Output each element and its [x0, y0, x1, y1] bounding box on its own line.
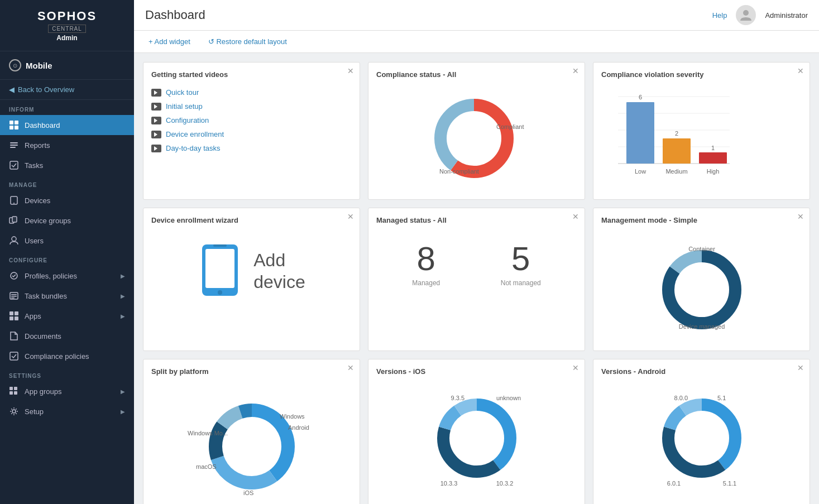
back-to-overview[interactable]: ◀ Back to Overview: [0, 80, 134, 100]
not-managed-label-text: Not managed: [501, 279, 541, 287]
help-link[interactable]: Help: [712, 11, 727, 20]
add-label: Add: [253, 250, 285, 270]
restore-layout-label: ↺ Restore default layout: [208, 37, 287, 46]
compliance-icon: [9, 351, 19, 361]
svg-rect-24: [14, 387, 17, 390]
tasks-label: Tasks: [25, 161, 125, 170]
android-511-label: 5.1.1: [722, 480, 736, 487]
management-mode-close[interactable]: ✕: [797, 213, 804, 220]
managed-status-title: Managed status - All: [376, 216, 577, 224]
violation-severity-close[interactable]: ✕: [797, 67, 804, 75]
android-601-label: 6.0.1: [667, 480, 680, 487]
versions-ios-close[interactable]: ✕: [572, 364, 579, 372]
sidebar-item-tasks[interactable]: Tasks: [0, 155, 134, 175]
svg-rect-45: [213, 244, 227, 247]
svg-rect-19: [15, 311, 18, 315]
video-initial-setup[interactable]: Initial setup: [151, 99, 352, 113]
users-label: Users: [25, 237, 125, 245]
devices-label: Devices: [25, 196, 125, 205]
device-managed-chart-label: Device managed: [678, 323, 725, 330]
getting-started-title: Getting started videos: [151, 70, 352, 79]
video-icon-enrollment: [151, 131, 161, 138]
video-day-to-day[interactable]: Day-to-day tasks: [151, 141, 352, 155]
widget-split-platform: Split by platform ✕ Windows Android: [143, 359, 360, 504]
compliance-label: Compliance policies: [25, 352, 125, 361]
svg-rect-18: [9, 311, 13, 315]
sidebar-item-users[interactable]: Users: [0, 231, 134, 251]
managed-status-close[interactable]: ✕: [572, 213, 579, 220]
mobile-header: ⊙ Mobile: [0, 51, 134, 80]
widget-managed-status: Managed status - All ✕ 8 Managed 5 Not m…: [368, 208, 585, 351]
section-manage-label: MANAGE: [0, 175, 134, 190]
svg-rect-44: [205, 249, 234, 288]
widget-enrollment-wizard: Device enrollment wizard ✕ Add device: [143, 208, 360, 351]
sidebar-item-setup[interactable]: Setup ▶: [0, 401, 134, 421]
compliance-donut-chart: Compliant Non-compliant: [424, 91, 530, 186]
svg-text:6: 6: [639, 94, 642, 100]
compliance-status-title: Compliance status - All: [376, 70, 577, 79]
enrollment-content: Add device: [151, 231, 352, 311]
sidebar-item-devices[interactable]: Devices: [0, 190, 134, 210]
svg-rect-23: [9, 387, 13, 390]
sidebar-item-apps[interactable]: Apps ▶: [0, 306, 134, 326]
widget-violation-severity: Compliance violation severity ✕: [593, 62, 810, 200]
device-enrollment-label: Device enrollment: [166, 130, 224, 138]
sidebar-item-task-bundles[interactable]: Task bundles ▶: [0, 286, 134, 306]
toolbar: + Add widget ↺ Restore default layout: [134, 31, 819, 53]
device-groups-icon: [9, 215, 19, 225]
sidebar-item-reports[interactable]: Reports: [0, 135, 134, 155]
apps-icon: [9, 311, 19, 321]
central-logo-text: CENTRAL: [48, 25, 86, 33]
video-configuration[interactable]: Configuration: [151, 113, 352, 127]
sidebar-item-documents[interactable]: Documents: [0, 326, 134, 346]
widget-management-mode: Management mode - Simple ✕ Container Dev…: [593, 208, 810, 351]
section-configure-label: CONFIGURE: [0, 251, 134, 266]
compliance-status-close[interactable]: ✕: [572, 67, 579, 75]
svg-point-28: [743, 10, 749, 16]
task-bundles-chevron-icon: ▶: [121, 293, 125, 299]
sidebar-item-app-groups[interactable]: App groups ▶: [0, 381, 134, 401]
add-widget-button[interactable]: + Add widget: [145, 35, 194, 48]
widget-versions-android: Versions - Android ✕ 8.0.0 5.1 6.0.1 5.1…: [593, 359, 810, 504]
setup-label: Setup: [25, 407, 115, 416]
dashboard-label: Dashboard: [25, 121, 125, 129]
svg-point-12: [12, 237, 16, 241]
initial-setup-label: Initial setup: [166, 102, 203, 111]
ios-1032-label: 10.3.2: [496, 480, 513, 487]
versions-ios-chart: 9.3.5 unknown 10.3.3 10.3.2: [415, 388, 538, 488]
enrollment-wizard-close[interactable]: ✕: [347, 213, 354, 220]
restore-layout-button[interactable]: ↺ Restore default layout: [205, 35, 290, 48]
svg-rect-5: [10, 145, 18, 146]
profiles-icon: [9, 271, 19, 281]
video-quick-tour[interactable]: Quick tour: [151, 85, 352, 99]
widget-versions-ios: Versions - iOS ✕ 9.3.5 unknown 10.3.3 10…: [368, 359, 585, 504]
macos-label: macOS: [196, 463, 217, 470]
android-label: Android: [288, 424, 309, 431]
device-groups-label: Device groups: [25, 217, 125, 225]
page-title: Dashboard: [145, 8, 205, 22]
sidebar-item-dashboard[interactable]: Dashboard: [0, 115, 134, 135]
setup-icon: [9, 406, 19, 416]
managed-label-text: Managed: [412, 279, 440, 287]
versions-android-close[interactable]: ✕: [797, 364, 804, 372]
management-mode-title: Management mode - Simple: [601, 216, 802, 224]
apps-label: Apps: [25, 312, 115, 320]
getting-started-close[interactable]: ✕: [347, 67, 354, 75]
section-settings-label: SETTINGS: [0, 366, 134, 381]
admin-name: Administrator: [765, 11, 808, 20]
managed-numbers: 8 Managed 5 Not managed: [376, 231, 577, 298]
sidebar-logo: SOPHOS CENTRAL Admin: [0, 0, 134, 51]
sidebar-item-device-groups[interactable]: Device groups: [0, 210, 134, 231]
video-icon-setup: [151, 103, 161, 111]
svg-text:2: 2: [675, 130, 678, 137]
quick-tour-label: Quick tour: [166, 88, 199, 97]
sidebar-item-compliance[interactable]: Compliance policies: [0, 346, 134, 366]
svg-rect-25: [9, 391, 13, 395]
windows-mobile-label: Windows Mo...: [188, 430, 228, 436]
mobile-label: Mobile: [26, 61, 52, 70]
video-device-enrollment[interactable]: Device enrollment: [151, 127, 352, 141]
split-platform-chart: Windows Android Windows Mo... macOS iOS: [179, 388, 324, 500]
sidebar-item-profiles[interactable]: Profiles, policies ▶: [0, 266, 134, 286]
split-platform-close[interactable]: ✕: [347, 364, 354, 372]
ios-unknown-label: unknown: [496, 395, 521, 401]
